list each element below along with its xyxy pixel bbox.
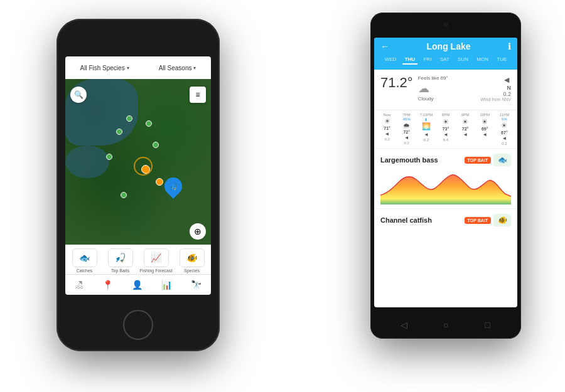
hourly-forecast: Now ☀ 71° ◄ 0.2 7PM 40% 🌧 72° ◄ 0.2: [374, 110, 517, 149]
weather-main: 71.2° Feels like 69° ☁ Cloudy ◄ N 0.2 Wi…: [380, 75, 511, 102]
catch-bubble[interactable]: 🎣: [161, 174, 186, 199]
catch-count: 🎣: [170, 183, 177, 189]
top-baits-button[interactable]: 🎣 Top Baits: [104, 248, 137, 273]
species-button[interactable]: 🐠 Species: [175, 248, 208, 273]
wind-arrow-icon: ◄: [480, 75, 511, 85]
bottom-navigation: 🏖 📍 👤 📊 🔭: [65, 274, 211, 295]
fish-filter-label: All Fish Species: [80, 65, 125, 72]
wind-direction: N: [480, 85, 511, 91]
largemouth-bass-section: Largemouth bass TOP BAIT 🐟: [374, 149, 517, 209]
day-mon[interactable]: MON: [474, 55, 491, 65]
water-area-2: [65, 146, 109, 179]
top-bait-badge: TOP BAIT: [465, 157, 491, 164]
iphone-screen: All Fish Species ▾ All Seasons ▾: [65, 56, 211, 295]
android-screen: ← Long Lake ℹ WED THU FRI SAT SUN MON TU…: [374, 38, 517, 307]
fish-marker-4[interactable]: [121, 192, 127, 198]
day-tue[interactable]: TUE: [494, 55, 509, 65]
largemouth-bass-name: Largemouth bass: [380, 156, 438, 164]
fish-filter-arrow: ▾: [127, 65, 129, 71]
species-icon: 🐠: [180, 248, 205, 267]
top-baits-icon: 🎣: [108, 248, 133, 267]
crosshair-icon[interactable]: ⊕: [190, 223, 206, 240]
channel-catfish-section: Channel catfish TOP BAIT 🐠: [374, 209, 517, 231]
android-home-button[interactable]: ○: [439, 319, 452, 331]
hour-8pm: 8PM ☀ 73° ◄ 8.4: [436, 113, 455, 146]
back-button[interactable]: ←: [380, 41, 389, 51]
channel-catfish-name: Channel catfish: [380, 216, 432, 224]
fishing-forecast-icon: 📈: [144, 248, 169, 267]
android-device: ← Long Lake ℹ WED THU FRI SAT SUN MON TU…: [370, 13, 521, 339]
layers-icon[interactable]: ≡: [190, 87, 206, 103]
hour-10pm: 10PM ☀ 69° ◄: [476, 113, 494, 146]
fishing-forecast-label: Fishing Forecast: [140, 268, 173, 273]
condition-label: Cloudy: [418, 95, 448, 102]
temperature: 71.2°: [380, 75, 413, 91]
android-camera: [443, 22, 448, 27]
catches-icon: 🐟: [72, 248, 97, 267]
top-bait-container: TOP BAIT 🐟: [465, 154, 511, 166]
catches-button[interactable]: 🐟 Catches: [68, 248, 101, 273]
fish-marker-3[interactable]: [153, 142, 159, 148]
search-icon[interactable]: 🔍: [70, 87, 87, 103]
android-back-button[interactable]: ◁: [397, 319, 410, 331]
weather-conditions: Feels like 69° ☁ Cloudy: [418, 75, 448, 102]
hour-7pm: 7PM 40% 🌧 72° ◄ 0.2: [397, 113, 416, 146]
fishing-forecast-button[interactable]: 📈 Fishing Forecast: [139, 248, 173, 273]
fish-marker-2[interactable]: [146, 120, 152, 127]
android-header: ← Long Lake ℹ WED THU FRI SAT SUN MON TU…: [374, 38, 517, 70]
iphone-notch: [113, 26, 163, 39]
android-nav-buttons: ◁ ○ □: [370, 319, 521, 331]
fish-marker-selected-2[interactable]: [156, 178, 163, 186]
hour-713pm: 7:13PM ⬆ 🌅 ◄ 0.2: [417, 113, 435, 146]
hour-9pm: 9PM ☀ 72° ◄: [456, 113, 475, 146]
catches-label: Catches: [77, 268, 93, 273]
fish-species-filter[interactable]: All Fish Species ▾: [80, 65, 129, 72]
wind-speed: 0.2: [480, 91, 511, 97]
species-label: Species: [184, 268, 200, 273]
android-recents-button[interactable]: □: [482, 319, 494, 331]
nav-explore[interactable]: 🔭: [191, 280, 202, 290]
map-filter-bar: All Fish Species ▾ All Seasons ▾: [65, 56, 211, 79]
day-fri[interactable]: FRI: [421, 55, 434, 65]
day-thu[interactable]: THU: [402, 55, 417, 65]
scene: All Fish Species ▾ All Seasons ▾: [0, 0, 565, 392]
info-button[interactable]: ℹ: [508, 41, 511, 51]
iphone-home-button[interactable]: [123, 310, 153, 340]
season-filter-label: All Seasons: [159, 65, 192, 72]
android-top-bar: ← Long Lake ℹ: [380, 41, 511, 51]
nav-profile[interactable]: 👤: [132, 280, 143, 290]
catfish-top-bait-container: TOP BAIT 🐠: [465, 214, 511, 226]
season-filter-arrow: ▾: [193, 65, 196, 71]
day-sat[interactable]: SAT: [438, 55, 452, 65]
quick-actions: 🐟 Catches 🎣 Top Baits 📈 Fishing Forecast…: [65, 245, 211, 274]
day-wed[interactable]: WED: [382, 55, 399, 65]
iphone-device: All Fish Species ▾ All Seasons ▾: [56, 19, 220, 351]
lake-title: Long Lake: [426, 41, 470, 51]
hour-now: Now ☀ 71° ◄ 0.2: [378, 113, 396, 146]
catfish-bait-icon[interactable]: 🐠: [493, 214, 511, 226]
iphone-bottom-bar: 🐟 Catches 🎣 Top Baits 📈 Fishing Forecast…: [65, 245, 211, 295]
cloud-icon: ☁: [418, 82, 448, 95]
map-background: 🎣: [65, 79, 211, 245]
day-sun[interactable]: SUN: [455, 55, 471, 65]
fish-marker-5[interactable]: [106, 154, 112, 160]
weather-section: 71.2° Feels like 69° ☁ Cloudy ◄ N 0.2 Wi…: [374, 70, 517, 110]
hourly-row: Now ☀ 71° ◄ 0.2 7PM 40% 🌧 72° ◄ 0.2: [374, 110, 517, 148]
nav-map[interactable]: 🏖: [75, 280, 83, 290]
day-tabs: WED THU FRI SAT SUN MON TUE: [380, 54, 511, 66]
catfish-top-bait-badge: TOP BAIT: [465, 217, 491, 224]
top-baits-label: Top Baits: [111, 268, 129, 273]
hour-11pm: 11PM 5% ☀ 67° ◄ 0.2: [495, 113, 514, 146]
channel-catfish-header: Channel catfish TOP BAIT 🐠: [380, 214, 511, 226]
wind-info: ◄ N 0.2 Wind from NNV: [480, 75, 511, 102]
selection-ring: [134, 157, 153, 176]
season-filter[interactable]: All Seasons ▾: [159, 65, 196, 72]
activity-chart: 3AM 6AM 9AM 12PM 3PM 6PM 9PM: [380, 170, 511, 204]
wind-label: Wind from NNV: [480, 97, 511, 102]
nav-location[interactable]: 📍: [102, 280, 113, 290]
largemouth-bass-header: Largemouth bass TOP BAIT 🐟: [380, 154, 511, 166]
activity-svg: [380, 170, 511, 204]
nav-stats[interactable]: 📊: [161, 280, 172, 290]
largemouth-bait-icon[interactable]: 🐟: [493, 154, 511, 166]
feels-like: Feels like 69°: [418, 75, 448, 82]
